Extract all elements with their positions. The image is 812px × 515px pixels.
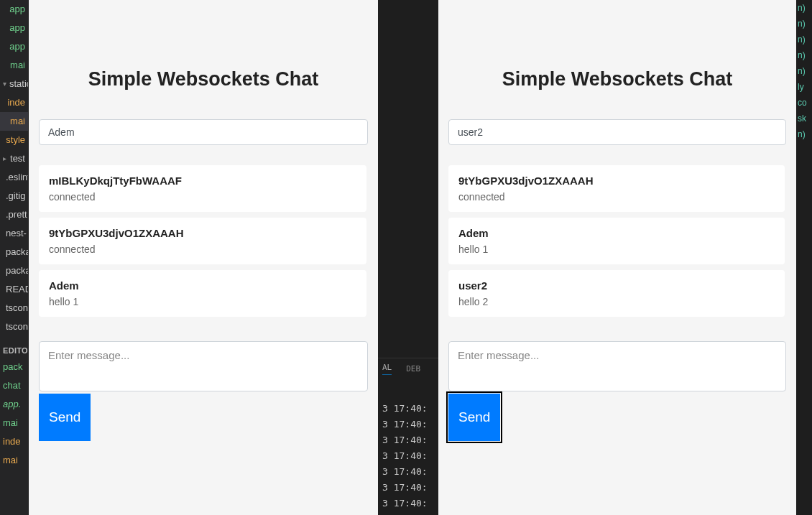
tree-item[interactable]: packa	[0, 243, 28, 261]
code-fragment: n)	[796, 0, 812, 16]
message-card: 9tYbGPXU3djvO1ZXAAAHconnected	[39, 218, 366, 264]
tree-item-label: app	[9, 20, 25, 36]
message-author: 9tYbGPXU3djvO1ZXAAAH	[458, 175, 775, 187]
open-editor-item[interactable]: chat	[0, 376, 28, 395]
tree-item-label: mai	[3, 415, 18, 431]
open-editors-heading: EDITOR	[0, 343, 28, 358]
messages-scroll[interactable]: 9tYbGPXU3djvO1ZXAAAHconnectedAdemhello 1…	[448, 165, 786, 323]
terminal-line: 3 17:40:	[382, 464, 428, 480]
message-body: connected	[49, 191, 356, 203]
tree-item-label: app	[9, 39, 25, 55]
tree-item[interactable]: app	[0, 0, 28, 19]
message-card: mIBLKyDkqjTtyFbWAAAFconnected	[39, 165, 366, 212]
debug-tab: DEB	[406, 364, 420, 374]
chevron-icon: ▸	[3, 151, 7, 167]
open-editor-item[interactable]: pack	[0, 358, 28, 376]
tree-item[interactable]: .prett	[0, 205, 28, 224]
message-author: mIBLKyDkqjTtyFbWAAAF	[49, 175, 356, 187]
tree-item-label: mai	[10, 57, 25, 73]
open-editor-item[interactable]: mai	[0, 414, 28, 432]
message-body: hello 1	[49, 296, 356, 307]
code-fragment: n)	[796, 16, 812, 32]
tree-item[interactable]: packa	[0, 261, 28, 280]
message-card: 9tYbGPXU3djvO1ZXAAAHconnected	[448, 165, 785, 212]
tree-item-label: inde	[3, 434, 21, 450]
tree-item-label: packa	[6, 263, 29, 279]
tree-item[interactable]: tscon	[0, 299, 28, 317]
open-editor-item[interactable]: inde	[0, 432, 28, 451]
tree-item[interactable]: inde	[0, 93, 28, 112]
tree-item-label: app	[9, 1, 25, 17]
message-author: Adem	[458, 227, 775, 239]
tree-item-label: packa	[6, 244, 29, 260]
vscode-editor-right-edge: n)n)n)n)n)lycoskn)	[796, 0, 812, 515]
message-author: Adem	[49, 279, 356, 292]
chat-window-2: Simple Websockets Chat 9tYbGPXU3djvO1ZXA…	[438, 0, 796, 515]
tree-item-label: chat	[3, 378, 21, 394]
terminal-line: 3 17:40:	[382, 480, 428, 496]
username-input[interactable]	[39, 119, 368, 145]
message-card: Ademhello 1	[448, 218, 785, 264]
tree-item-label: READ	[6, 282, 29, 297]
code-fragment: n)	[796, 126, 812, 142]
vscode-file-tree: appappappmai▾staticindemaistyle▸test.esl…	[0, 0, 29, 515]
tree-item[interactable]: ▾static	[0, 75, 28, 93]
send-button[interactable]: Send	[39, 394, 91, 441]
tree-item-label: mai	[3, 453, 18, 468]
message-body: hello 1	[458, 243, 775, 255]
tree-item-label: inde	[7, 95, 25, 111]
message-body: hello 2	[458, 296, 775, 307]
tree-item-label: tscon	[6, 319, 28, 335]
terminal-line: 3 17:40:	[382, 448, 428, 464]
open-editor-item[interactable]: mai	[0, 451, 28, 470]
message-card: user2hello 2	[448, 270, 785, 317]
messages-scroll[interactable]: mIBLKyDkqjTtyFbWAAAFconnected9tYbGPXU3dj…	[39, 165, 368, 323]
code-fragment: sk	[796, 111, 812, 126]
tree-item[interactable]: .gitig	[0, 187, 28, 205]
tree-item[interactable]: ▸test	[0, 149, 28, 168]
message-body: connected	[49, 243, 356, 255]
message-card: Ademhello 1	[39, 270, 366, 317]
tree-item[interactable]: READ	[0, 280, 28, 299]
terminal-line: 3 17:40:	[382, 401, 428, 417]
message-author: user2	[458, 279, 775, 292]
terminal-line: 3 17:40:	[382, 496, 428, 511]
code-fragment: ly	[796, 79, 812, 95]
chat-title: Simple Websockets Chat	[39, 68, 368, 91]
chat-title: Simple Websockets Chat	[448, 68, 786, 91]
terminal-line: 3 17:40:	[382, 432, 428, 448]
message-input[interactable]	[448, 341, 786, 391]
code-fragment: co	[796, 95, 812, 111]
tree-item[interactable]: app	[0, 19, 28, 37]
username-input[interactable]	[448, 119, 786, 145]
tree-item-label: pack	[3, 359, 22, 375]
tree-item[interactable]: tscon	[0, 317, 28, 336]
chat-window-1: Simple Websockets Chat mIBLKyDkqjTtyFbWA…	[29, 0, 378, 515]
tree-item-label: .gitig	[6, 188, 25, 204]
tree-item-label: app.	[3, 396, 21, 412]
tree-item-label: test	[10, 151, 25, 167]
code-fragment: n)	[796, 32, 812, 47]
send-button[interactable]: Send	[448, 394, 500, 441]
message-author: 9tYbGPXU3djvO1ZXAAAH	[49, 227, 356, 239]
message-input[interactable]	[39, 341, 368, 391]
tree-item[interactable]: mai	[0, 112, 28, 131]
tree-item[interactable]: .eslint	[0, 168, 28, 187]
vscode-terminal-fragment: AL DEB 3 17:40:3 17:40:3 17:40:3 17:40:3…	[378, 0, 438, 515]
tree-item-label: nest-	[6, 226, 27, 241]
tree-item[interactable]: app	[0, 37, 28, 56]
tree-item-label: style	[6, 132, 25, 148]
tree-item-label: static	[9, 76, 29, 92]
chevron-icon: ▾	[3, 76, 6, 92]
terminal-tab: AL	[382, 363, 392, 375]
tree-item[interactable]: mai	[0, 56, 28, 75]
code-fragment: n)	[796, 63, 812, 79]
open-editor-item[interactable]: app.	[0, 395, 28, 414]
tree-item-label: tscon	[6, 300, 28, 316]
tree-item-label: .prett	[6, 207, 27, 223]
tree-item[interactable]: nest-	[0, 224, 28, 243]
tree-item-label: .eslint	[6, 170, 29, 185]
tree-item-label: mai	[10, 113, 25, 129]
tree-item[interactable]: style	[0, 131, 28, 149]
terminal-line: 3 17:40:	[382, 417, 428, 432]
